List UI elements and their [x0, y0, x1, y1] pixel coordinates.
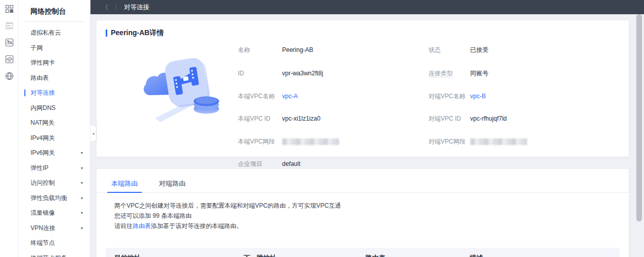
routes-tabs: 本端路由 对端路由	[97, 176, 629, 193]
field-peer-vpc-name: 对端VPC名称vpc-B	[428, 92, 486, 101]
sidebar-item-vpn[interactable]: VPN连接▾	[19, 221, 90, 236]
field-local-vpc-name: 本端VPC名称vpc-A	[238, 92, 298, 101]
routes-desc-line1: 两个VPC之间创建对等连接后，需要配置本端和对端VPC的路由，方可实现VPC互通	[114, 201, 341, 211]
sidebar-item-endpoint-service[interactable]: 终端节点服务	[19, 251, 90, 257]
redacted-peer-cidr	[470, 138, 527, 145]
col-destination: 目的地址	[106, 253, 235, 257]
field-local-vpc-cidr: 本端VPC网段	[238, 137, 339, 146]
chevron-down-icon: ▾	[81, 206, 83, 221]
main-content: Peering-AB详情	[90, 14, 644, 257]
route-table-link[interactable]: 路由表	[133, 222, 151, 230]
col-route-table: 路由表	[357, 253, 462, 257]
collapse-left-icon: ◂	[92, 131, 94, 136]
sidebar-item-vpc[interactable]: 虚拟私有云	[19, 25, 90, 41]
page-topbar: 〈 对等连接	[90, 0, 644, 14]
chevron-down-icon: ▾	[81, 191, 83, 206]
routes-desc-line3: 请前往路由表添加基于该对等连接的本端路由。	[114, 221, 341, 231]
col-next-hop: 下一跳地址	[235, 253, 357, 257]
tab-local-routes[interactable]: 本端路由	[109, 176, 140, 192]
sidebar-item-traffic-mirror[interactable]: 流量镜像▾	[19, 206, 90, 221]
field-name: 名称Peering-AB	[238, 45, 313, 54]
vpc-peering-illustration-icon	[140, 47, 224, 123]
field-enterprise-project: 企业项目default	[238, 159, 300, 168]
routes-desc-line2: 您还可以添加 99 条本端路由	[114, 211, 341, 221]
field-id: IDvpr-wa3wn2ft8j	[238, 69, 323, 78]
page-title: 对等连接	[124, 3, 149, 12]
redacted-local-cidr	[282, 138, 339, 145]
network-device-icon[interactable]	[5, 55, 14, 64]
field-peer-vpc-id: 对端VPC IDvpc-rfhujqf7ld	[428, 114, 507, 123]
sidebar-item-ipv4-gateway[interactable]: IPv4网关	[19, 131, 90, 146]
field-local-vpc-id: 本端VPC IDvpc-xi1lz1iza0	[238, 114, 320, 123]
service-list-icon[interactable]	[5, 21, 14, 30]
col-description: 描述	[462, 253, 620, 257]
title-accent-bar	[106, 30, 107, 37]
peering-detail-card: Peering-AB详情	[97, 20, 629, 157]
routes-card: 本端路由 对端路由 两个VPC之间创建对等连接后，需要配置本端和对端VPC的路由…	[97, 169, 629, 257]
sidebar-collapse-handle[interactable]: ◂	[90, 125, 96, 141]
local-vpc-link[interactable]: vpc-A	[282, 93, 298, 100]
vertical-scrollbar[interactable]	[636, 14, 642, 221]
sidebar-item-elb[interactable]: 弹性负载均衡▾	[19, 191, 90, 206]
chevron-down-icon: ▾	[81, 176, 83, 191]
detail-card-header: Peering-AB详情	[106, 28, 164, 38]
sidebar-item-endpoint[interactable]: 终端节点	[19, 236, 90, 251]
app-icon-rail	[0, 0, 19, 257]
sidebar-item-peering[interactable]: 对等连接	[19, 85, 90, 101]
field-connection-type: 连接类型同账号	[428, 69, 488, 78]
topbar-divider	[115, 4, 116, 11]
status-value: 已接受	[470, 46, 488, 53]
routes-description: 两个VPC之间创建对等连接后，需要配置本端和对端VPC的路由，方可实现VPC互通…	[114, 201, 341, 231]
field-peer-vpc-cidr: 对端VPC网段	[428, 137, 527, 146]
chevron-down-icon: ▾	[81, 221, 83, 236]
sidebar-item-eni[interactable]: 弹性网卡	[19, 55, 90, 71]
sidebar-menu: 虚拟私有云 子网 弹性网卡 路由表 对等连接 内网DNS NAT网关 IPv4网…	[19, 22, 90, 257]
network-console-sidebar: 网络控制台 虚拟私有云 子网 弹性网卡 路由表 对等连接 内网DNS NAT网关…	[19, 0, 90, 257]
sidebar-item-ipv6-gateway[interactable]: IPv6网关▾	[19, 146, 90, 161]
sidebar-title: 网络控制台	[19, 0, 90, 16]
sidebar-item-eip[interactable]: 弹性IP▾	[19, 161, 90, 176]
sidebar-item-subnet[interactable]: 子网	[19, 41, 90, 56]
globe-icon[interactable]	[5, 72, 14, 80]
tab-peer-routes[interactable]: 对端路由	[157, 176, 188, 192]
dashboard-icon[interactable]	[5, 5, 14, 13]
chevron-down-icon: ▾	[81, 146, 83, 161]
sidebar-item-route-table[interactable]: 路由表	[19, 71, 90, 86]
sidebar-item-nat[interactable]: NAT网关	[19, 116, 90, 131]
sidebar-item-access-control[interactable]: 访问控制▾	[19, 176, 90, 191]
sidebar-item-dns[interactable]: 内网DNS	[19, 101, 90, 116]
back-icon[interactable]: 〈	[102, 4, 108, 11]
compute-icon[interactable]	[5, 38, 14, 47]
field-status: 状态已接受	[428, 45, 488, 54]
detail-card-title: Peering-AB详情	[111, 28, 164, 38]
chevron-down-icon: ▾	[81, 161, 83, 176]
peer-vpc-link[interactable]: vpc-B	[470, 93, 486, 100]
routes-table-header: 目的地址 下一跳地址 路由表 描述	[106, 248, 620, 257]
